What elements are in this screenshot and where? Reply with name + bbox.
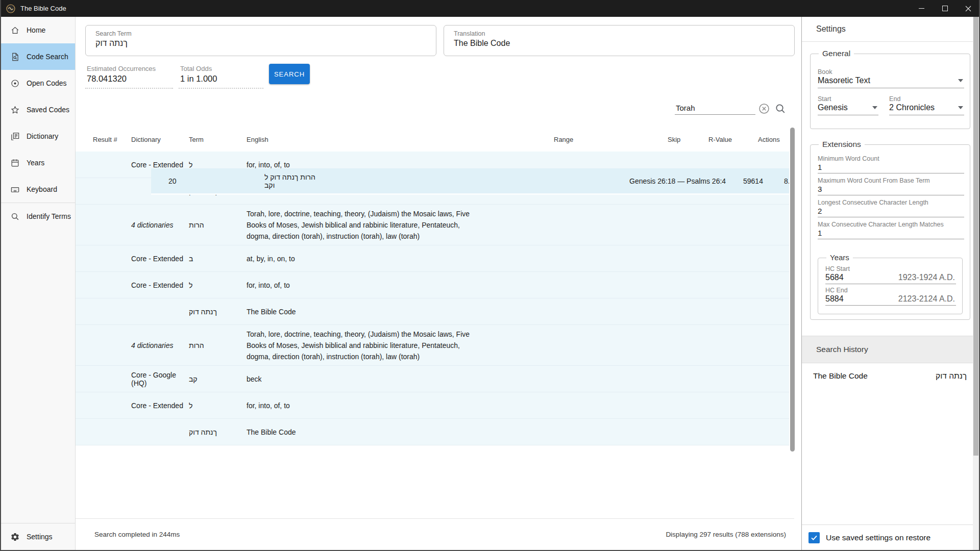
english-cell: for, into, of, to [247, 280, 481, 291]
hc-start-field[interactable]: HC Start 5684 1923-1924 A.D. [824, 265, 957, 284]
sidebar-item-label: Keyboard [27, 185, 57, 193]
close-icon [965, 6, 971, 12]
estimated-occurrences-value: 78.041320 [87, 74, 172, 84]
hc-start-gregorian: 1923-1924 A.D. [898, 273, 955, 282]
window-scrollbar-thumb[interactable] [973, 17, 978, 456]
gear-icon [10, 532, 20, 542]
extension-field-longest-consecutive-character-length[interactable]: Longest Consecutive Character Length2 [817, 199, 965, 217]
english-cell: beck [247, 373, 481, 385]
maximize-button[interactable] [933, 0, 957, 17]
result-row: 20ל קוד התנך תורה בקוGenesis 26:18 — Psa… [151, 168, 789, 195]
sidebar-item-label: Identify Terms [27, 212, 71, 220]
english-cell: for, into, of, to [247, 400, 481, 411]
sidebar-item-identify-terms[interactable]: Identify Terms [0, 203, 75, 230]
hc-start-label: HC Start [825, 265, 956, 272]
end-book-select[interactable]: End 2 Chronicles [888, 95, 965, 115]
field-value: 3 [818, 185, 822, 193]
search-term-field[interactable]: Search Term [85, 25, 436, 56]
general-fieldset: General Book Masoretic Text Start Genesi… [810, 54, 970, 129]
extension-row: 4 dictionariesתורהTorah, lore, doctrine,… [76, 325, 789, 366]
field-label: Max Consecutive Character Length Matches [818, 221, 964, 228]
results-count-text: Displaying 297 results (788 extensions) [666, 531, 786, 538]
close-button[interactable] [957, 0, 980, 17]
total-odds-label: Total Odds [180, 65, 262, 72]
search-button[interactable]: SEARCH [269, 64, 310, 84]
end-value: 2 Chronicles [889, 103, 935, 112]
field-value: 1 [818, 163, 822, 171]
sidebar-item-saved-codes[interactable]: Saved Codes [0, 96, 75, 123]
dictionary-cell: Core - Extended [131, 402, 189, 410]
sidebar-item-label: Code Search [27, 53, 68, 61]
sidebar-item-settings[interactable]: Settings [0, 523, 75, 550]
column-header-term: Term [189, 136, 247, 143]
extension-row: Core - Google (HQ)בקbeck [76, 366, 789, 392]
settings-panel: Settings General Book Masoretic Text Sta… [801, 17, 974, 550]
search-term-input[interactable] [95, 39, 426, 48]
sidebar-item-label: Settings [27, 533, 53, 541]
window-scrollbar[interactable] [973, 17, 979, 550]
term-cell: ל [189, 402, 247, 410]
term-cell: ל [189, 161, 247, 169]
sidebar-item-home[interactable]: Home [0, 17, 75, 43]
calendar-icon [10, 158, 20, 168]
hc-start-value: 5684 [825, 273, 844, 282]
dictionary-cell: Core - Extended [131, 161, 189, 169]
sidebar-item-years[interactable]: Years [0, 149, 75, 176]
minimize-button[interactable] [910, 0, 933, 17]
window-controls [910, 0, 980, 17]
search-status-text: Search completed in 244ms [94, 531, 180, 538]
search-icon [10, 212, 20, 221]
total-odds-stat: Total Odds 1 in 1.000 [179, 63, 263, 89]
column-header-range: Range [554, 136, 668, 143]
extension-row: 4 dictionariesתורהTorah, lore, doctrine,… [76, 205, 789, 245]
app-logo-icon [6, 4, 15, 13]
extension-field-minimum-word-count[interactable]: Minimum Word Count1 [817, 155, 965, 173]
start-book-select[interactable]: Start Genesis [817, 95, 879, 115]
column-header-r-value: R-Value [708, 136, 758, 143]
extension-field-max-consecutive-character-length-matches[interactable]: Max Consecutive Character Length Matches… [817, 221, 965, 239]
restore-settings-row: Use saved settings on restore [802, 524, 974, 550]
sidebar-item-keyboard[interactable]: Keyboard [0, 176, 75, 203]
window-title: The Bible Code [20, 5, 66, 12]
chevron-down-icon [958, 79, 963, 82]
history-translation: The Bible Code [813, 371, 868, 381]
sidebar-item-code-search[interactable]: Code Search [0, 43, 75, 70]
extension-row: Core - Extendedבat, by, in, on, to [76, 245, 789, 272]
translation-input[interactable] [454, 39, 785, 48]
search-history-item[interactable]: The Bible Codeקוד התנך [802, 363, 974, 389]
table-scrollbar[interactable] [790, 128, 795, 452]
clear-filter-button[interactable] [758, 103, 770, 115]
filter-search-button[interactable] [774, 103, 787, 115]
column-header-english: English [247, 136, 554, 143]
column-header-actions: Actions [758, 136, 788, 143]
term-cell: קוד התנך [189, 428, 247, 436]
extension-row: קוד התנךThe Bible Code [76, 419, 789, 445]
results-filter-input[interactable] [675, 102, 755, 115]
years-legend: Years [826, 253, 853, 262]
english-cell: at, by, in, on, to [247, 253, 481, 264]
dictionary-cell: 4 dictionaries [131, 221, 189, 229]
start-label: Start [818, 95, 878, 103]
search-term-label: Search Term [95, 30, 426, 37]
hc-end-gregorian: 2123-2124 A.D. [898, 294, 955, 304]
book-label: Book [818, 68, 964, 76]
book-select[interactable]: Book Masoretic Text [817, 68, 965, 88]
search-history-header: Search History [802, 336, 974, 363]
search-history-list: The Bible Codeקוד התנך [802, 363, 974, 389]
term-cell: ל קוד התנך תורה בקו [264, 173, 322, 189]
rvalue-cell: 8.261 [784, 177, 789, 185]
translation-field[interactable]: Translation [444, 25, 795, 56]
range-cell: Genesis 26:18 — Psalms 26:4 [629, 177, 743, 185]
hc-end-field[interactable]: HC End 5884 2123-2124 A.D. [824, 287, 957, 306]
hc-end-value: 5884 [825, 294, 844, 304]
sidebar-item-open-codes[interactable]: Open Codes [0, 70, 75, 96]
open-codes-icon [10, 79, 20, 88]
total-odds-value: 1 in 1.000 [180, 74, 262, 84]
dictionary-cell: Core - Extended [131, 255, 189, 263]
restore-settings-checkbox[interactable] [808, 532, 820, 543]
extension-field-maximum-word-count-from-base-term[interactable]: Maximum Word Count From Base Term3 [817, 177, 965, 195]
sidebar-item-label: Saved Codes [27, 106, 69, 114]
sidebar-item-dictionary[interactable]: Dictionary [0, 123, 75, 149]
field-label: Longest Consecutive Character Length [818, 199, 964, 206]
extension-row: Core - Extendedלfor, into, of, to [76, 272, 789, 298]
